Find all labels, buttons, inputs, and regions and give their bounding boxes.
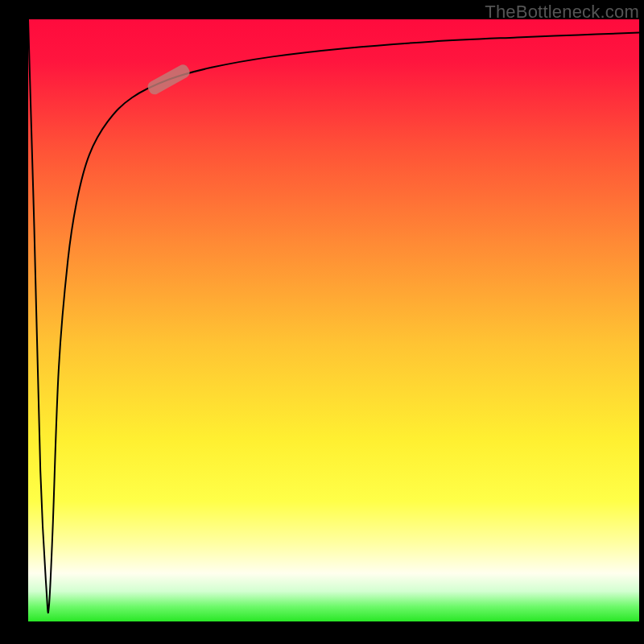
chart-gradient-bg (28, 19, 639, 621)
attribution-text: TheBottleneck.com (485, 2, 639, 23)
chart-container: TheBottleneck.com (0, 0, 644, 644)
bottleneck-chart (0, 0, 644, 644)
